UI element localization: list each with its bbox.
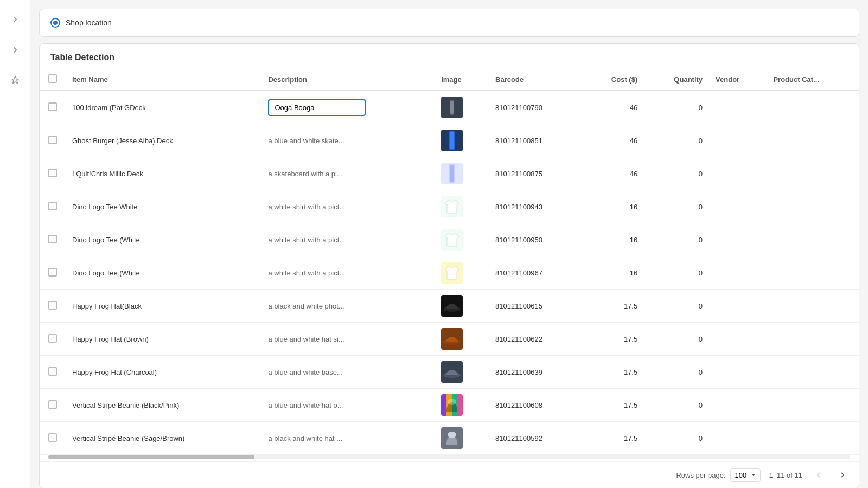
description-1[interactable] bbox=[261, 91, 435, 124]
image-9 bbox=[435, 356, 489, 389]
vendor-2 bbox=[709, 124, 767, 157]
sidebar-nav-2[interactable] bbox=[7, 41, 24, 59]
product-cat-1 bbox=[767, 91, 859, 124]
table-row: Dino Logo Tee Whitea white shirt with a … bbox=[40, 190, 859, 223]
sidebar-nav-1[interactable] bbox=[7, 11, 24, 28]
item-name-6: Dino Logo Tee (White bbox=[66, 256, 261, 290]
row-checkbox-3[interactable] bbox=[48, 169, 57, 177]
product-cat-5 bbox=[767, 223, 859, 256]
description-4: a white shirt with a pict... bbox=[261, 190, 435, 223]
row-checkbox-11[interactable] bbox=[48, 433, 57, 442]
item-name-2: Ghost Burger (Jesse Alba) Deck bbox=[66, 124, 261, 157]
image-10 bbox=[435, 389, 489, 422]
row-checkbox-7[interactable] bbox=[48, 301, 57, 310]
horizontal-scrollbar[interactable] bbox=[48, 455, 850, 459]
product-cat-4 bbox=[767, 190, 859, 223]
rows-per-page-control: Rows per page: 100 50 25 bbox=[676, 468, 760, 482]
barcode-8: 810121100622 bbox=[489, 323, 583, 356]
col-barcode: Barcode bbox=[489, 69, 583, 91]
col-cost: Cost ($) bbox=[583, 69, 644, 91]
pagination-prev-button[interactable] bbox=[811, 467, 826, 483]
item-name-11: Vertical Stripe Beanie (Sage/Brown) bbox=[66, 422, 261, 455]
vendor-3 bbox=[709, 157, 767, 190]
vendor-1 bbox=[709, 91, 767, 124]
row-checkbox-5[interactable] bbox=[48, 235, 57, 243]
sidebar-pin-icon[interactable] bbox=[7, 72, 24, 89]
item-name-3: I Quit!Chris Millic Deck bbox=[66, 157, 261, 190]
item-name-4: Dino Logo Tee White bbox=[66, 190, 261, 223]
cost-6: 16 bbox=[583, 256, 644, 290]
vendor-7 bbox=[709, 290, 767, 323]
image-8 bbox=[435, 323, 489, 356]
row-checkbox-8[interactable] bbox=[48, 334, 57, 343]
description-2: a blue and white skate... bbox=[261, 124, 435, 157]
table-row: Vertical Stripe Beanie (Black/Pink)a blu… bbox=[40, 389, 859, 422]
svg-rect-1 bbox=[450, 101, 454, 114]
vendor-9 bbox=[709, 356, 767, 389]
cost-9: 17.5 bbox=[583, 356, 644, 389]
product-cat-11 bbox=[767, 422, 859, 455]
product-cat-2 bbox=[767, 124, 859, 157]
item-name-7: Happy Frog Hat(Black bbox=[66, 290, 261, 323]
item-name-10: Vertical Stripe Beanie (Black/Pink) bbox=[66, 389, 261, 422]
barcode-5: 810121100950 bbox=[489, 223, 583, 256]
svg-rect-5 bbox=[450, 165, 454, 182]
description-10: a blue and white hat o... bbox=[261, 389, 435, 422]
barcode-11: 810121100592 bbox=[489, 422, 583, 455]
row-checkbox-4[interactable] bbox=[48, 202, 57, 210]
table-body: 100 idream (Pat GDeck 810121100790460Gho… bbox=[40, 91, 859, 455]
barcode-10: 810121100608 bbox=[489, 389, 583, 422]
cost-5: 16 bbox=[583, 223, 644, 256]
rows-per-page-select[interactable]: 100 50 25 bbox=[730, 468, 761, 482]
quantity-9: 0 bbox=[644, 356, 709, 389]
row-checkbox-9[interactable] bbox=[48, 367, 57, 376]
inventory-table: Item Name Description Image Barcode Cost… bbox=[40, 69, 859, 455]
shop-location-section: Shop location bbox=[39, 9, 859, 37]
description-6: a white shirt with a pict... bbox=[261, 256, 435, 290]
product-cat-9 bbox=[767, 356, 859, 389]
vendor-10 bbox=[709, 389, 767, 422]
select-all-checkbox[interactable] bbox=[48, 74, 57, 83]
vendor-8 bbox=[709, 323, 767, 356]
row-checkbox-6[interactable] bbox=[48, 268, 57, 277]
table-row: Ghost Burger (Jesse Alba) Decka blue and… bbox=[40, 124, 859, 157]
col-description: Description bbox=[261, 69, 435, 91]
item-name-9: Happy Frog Hat (Charcoal) bbox=[66, 356, 261, 389]
description-8: a blue and white hat si... bbox=[261, 323, 435, 356]
pagination-next-button[interactable] bbox=[835, 467, 850, 483]
barcode-9: 810121100639 bbox=[489, 356, 583, 389]
image-4 bbox=[435, 190, 489, 223]
quantity-10: 0 bbox=[644, 389, 709, 422]
quantity-5: 0 bbox=[644, 223, 709, 256]
col-item-name: Item Name bbox=[66, 69, 261, 91]
cost-7: 17.5 bbox=[583, 290, 644, 323]
barcode-1: 810121100790 bbox=[489, 91, 583, 124]
row-checkbox-2[interactable] bbox=[48, 136, 57, 144]
card-title: Table Detection bbox=[40, 44, 859, 69]
svg-rect-3 bbox=[450, 132, 454, 149]
cost-2: 46 bbox=[583, 124, 644, 157]
barcode-7: 810121100615 bbox=[489, 290, 583, 323]
cost-8: 17.5 bbox=[583, 323, 644, 356]
cost-1: 46 bbox=[583, 91, 644, 124]
description-input-1[interactable] bbox=[268, 99, 366, 116]
quantity-11: 0 bbox=[644, 422, 709, 455]
table-row: Happy Frog Hat (Charcoal)a blue and whit… bbox=[40, 356, 859, 389]
description-7: a black and white phot... bbox=[261, 290, 435, 323]
table-header-row: Item Name Description Image Barcode Cost… bbox=[40, 69, 859, 91]
quantity-3: 0 bbox=[644, 157, 709, 190]
table-row: Dino Logo Tee (Whitea white shirt with a… bbox=[40, 256, 859, 290]
quantity-6: 0 bbox=[644, 256, 709, 290]
description-5: a white shirt with a pict... bbox=[261, 223, 435, 256]
svg-point-9 bbox=[448, 399, 456, 405]
table-row: Dino Logo Tee (Whitea white shirt with a… bbox=[40, 223, 859, 256]
image-11 bbox=[435, 422, 489, 455]
table-row: Happy Frog Hat (Brown)a blue and white h… bbox=[40, 323, 859, 356]
shop-location-radio[interactable] bbox=[50, 18, 60, 28]
product-cat-6 bbox=[767, 256, 859, 290]
table-scroll-container[interactable]: Item Name Description Image Barcode Cost… bbox=[40, 69, 859, 455]
cost-10: 17.5 bbox=[583, 389, 644, 422]
row-checkbox-10[interactable] bbox=[48, 400, 57, 409]
col-checkbox bbox=[40, 69, 66, 91]
row-checkbox-1[interactable] bbox=[48, 102, 57, 111]
